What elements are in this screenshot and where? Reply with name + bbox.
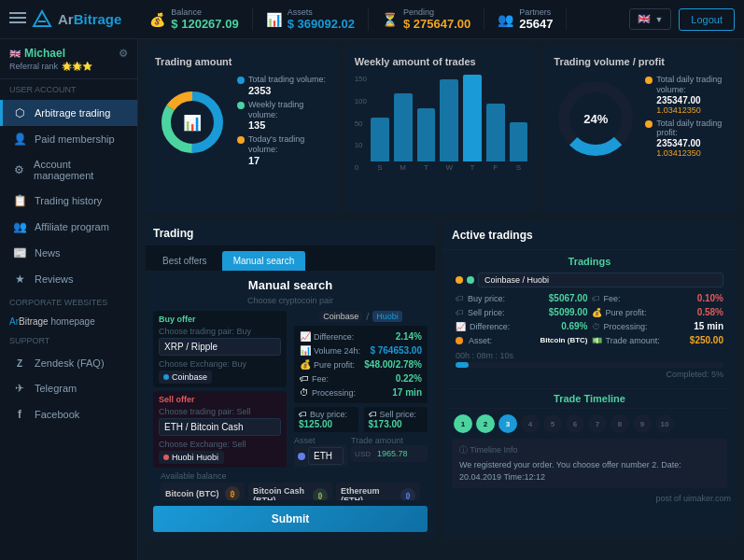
tradings-sub: Tradings Coinbase / Huobi <box>448 250 731 388</box>
chart-bar <box>486 104 505 161</box>
logo-area: ArBitrage <box>9 9 121 30</box>
ms-subtitle: Choose cryptocoin pair <box>153 296 428 305</box>
timeline-dot-10: 10 <box>655 414 674 433</box>
chart-bar <box>510 122 528 161</box>
price-row: 🏷 Buy price: $125.00 🏷 Sell pric <box>294 407 428 432</box>
stat-processing-active: ⏱ Processing: 15 min <box>592 321 724 331</box>
svg-rect-0 <box>9 12 26 14</box>
stat-sell-price: 🏷 Sell price: $5099.00 <box>456 307 588 317</box>
trading-panel-title: Trading <box>146 221 435 245</box>
menu-icon[interactable] <box>9 9 30 30</box>
volume-pct: 24% <box>583 111 608 125</box>
sidebar-item-arbitrage[interactable]: ⬡ Arbitrage trading <box>0 100 137 126</box>
trade-amount-group: Trade amount USD <box>351 436 428 467</box>
arbitrage-link[interactable]: ArBitrage homepage <box>0 313 137 330</box>
trade-amount-input[interactable] <box>372 447 424 460</box>
reviews-icon: ★ <box>12 273 27 286</box>
tab-manual-search[interactable]: Manual search <box>222 251 306 271</box>
sidebar-item-history[interactable]: 📋 Trading history <box>0 188 137 214</box>
buy-exchange-tag: Coinbase <box>159 371 212 384</box>
sidebar-item-telegram[interactable]: ✈ Telegram <box>0 375 137 401</box>
svg-marker-3 <box>34 11 50 26</box>
legend-weekly: Weekly trading volume: 135 <box>237 100 329 132</box>
bars-container: SMTWTFS <box>371 75 527 187</box>
main-area: 🇬🇧 Michael ⚙ Referral rank 🌟🌟⭐ User acco… <box>0 39 744 560</box>
sidebar-section-user: User account <box>0 79 137 100</box>
language-selector[interactable]: 🇬🇧 ▼ <box>629 8 671 30</box>
sidebar-rank: Referral rank 🌟🌟⭐ <box>9 62 128 71</box>
exchange-pair-select[interactable]: Coinbase / Huobi <box>478 273 723 287</box>
submit-button[interactable]: Submit <box>153 506 428 532</box>
stats-grid: Trading amount 📊 <box>138 39 744 221</box>
sidebar: 🇬🇧 Michael ⚙ Referral rank 🌟🌟⭐ User acco… <box>0 39 138 560</box>
form-right: Coinbase / Huobi 📈 Difference: 2.14% <box>294 311 428 467</box>
stat-difference-active: 📈 Difference: 0.69% <box>456 321 588 331</box>
timeline-dot-6: 6 <box>566 414 584 433</box>
total-value: 2353 <box>248 85 326 96</box>
progress-bar <box>456 362 723 368</box>
assets-value: $ 369092.02 <box>288 17 355 31</box>
sidebar-item-reviews[interactable]: ★ Reviews <box>0 266 137 292</box>
buy-section: Buy offer Choose trading pair: Buy XRP /… <box>153 311 287 387</box>
active-tradings-title: Active tradings <box>442 221 737 250</box>
trading-amount-panel: Trading amount 📊 <box>146 47 338 214</box>
affiliate-icon: 👥 <box>12 220 27 233</box>
volume-legend: Total daily trading volume: 235347.00 1.… <box>645 75 727 161</box>
sell-pair-select[interactable]: ETH / Bitcoin Cash <box>159 418 281 436</box>
legend-total: Total trading volume: 2353 <box>237 75 329 96</box>
tab-bar: Best offers Manual search <box>146 245 435 271</box>
stat-volume: 📊 Volume 24h: $ 764653.00 <box>300 343 422 357</box>
buy-price-value: $125.00 <box>299 419 354 429</box>
bar-wrapper: W <box>440 75 458 172</box>
sell-exchange-select[interactable]: Huobi <box>197 453 219 462</box>
account-icon: ⚙ <box>12 163 26 176</box>
coin-card: Bitcoin (BTC) ₿ BTC:0.6789000 $ 992.53 <box>161 483 245 500</box>
stat-pure-profit-active: 💰 Pure profit: 0.58% <box>592 307 724 317</box>
exchange-dots-row: Coinbase / Huobi <box>456 273 723 287</box>
chart-bar <box>394 93 413 161</box>
y-axis: 150 100 50 10 0 <box>355 75 367 187</box>
content-area: Trading amount 📊 <box>138 39 744 560</box>
footer-credit: post of uimaker.com <box>448 494 731 503</box>
asset-group: Asset ETH <box>294 436 347 467</box>
tab-best-offers[interactable]: Best offers <box>151 251 218 271</box>
timeline-title: Trade Timeline <box>448 388 731 409</box>
timeline-dot-1: 1 <box>454 414 472 433</box>
bar-wrapper: F <box>486 75 505 172</box>
sidebar-item-membership[interactable]: 👤 Paid membership <box>0 126 137 152</box>
ms-title: Manual search <box>153 278 428 292</box>
membership-icon: 👤 <box>12 133 27 146</box>
brand-icon <box>32 9 52 30</box>
app: ArBitrage 💰 Balance $ 120267.09 📊 Assets… <box>0 0 744 560</box>
stat-asset-active: Asset: Bitcoin (BTC) <box>456 335 588 345</box>
volume-content: 24% Total daily trading volume: 235347.0… <box>554 75 727 161</box>
weekly-value: 135 <box>248 119 329 131</box>
partners-stat: 👥 Partners 25647 <box>484 7 567 31</box>
bar-wrapper: S <box>510 75 528 172</box>
progress-time-row: 00h : 08m : 10s <box>456 351 723 360</box>
sidebar-item-facebook[interactable]: f Facebook <box>0 401 137 427</box>
coin-grid: Bitcoin (BTC) ₿ BTC:0.6789000 $ 992.53 B… <box>153 483 428 500</box>
balance-value: $ 120267.09 <box>171 17 238 31</box>
sidebar-item-news[interactable]: 📰 News <box>0 240 137 266</box>
volume-profit-panel: Trading volume / profit 24% <box>544 47 737 214</box>
settings-icon[interactable]: ⚙ <box>119 48 128 60</box>
asset-select[interactable]: ETH <box>308 447 344 465</box>
bar-wrapper: T <box>417 75 436 172</box>
sidebar-item-account[interactable]: ⚙ Account management <box>0 152 137 188</box>
buy-pair-select[interactable]: XRP / Ripple <box>159 338 281 356</box>
weekly-trades-title: Weekly amount of trades <box>355 56 528 67</box>
timeline-dot-8: 8 <box>611 414 629 433</box>
exchange-header: Coinbase / Huobi <box>294 311 428 322</box>
bar-wrapper: M <box>394 75 413 172</box>
chart-bar <box>440 79 458 161</box>
coin-card: Bitcoin Cash (BTH) ₿ ETH:0.8978000 $ 119… <box>248 483 332 500</box>
sell-price-value: $173.00 <box>369 419 424 429</box>
sidebar-item-affiliate[interactable]: 👥 Affiliate program <box>0 214 137 240</box>
chart-bar <box>371 118 389 161</box>
chart-bar <box>417 108 436 161</box>
sidebar-item-zendesk[interactable]: Z Zendesk (FAQ) <box>0 351 137 375</box>
logout-button[interactable]: Logout <box>679 8 735 31</box>
history-icon: 📋 <box>12 194 27 207</box>
submit-row: Submit <box>146 500 435 538</box>
